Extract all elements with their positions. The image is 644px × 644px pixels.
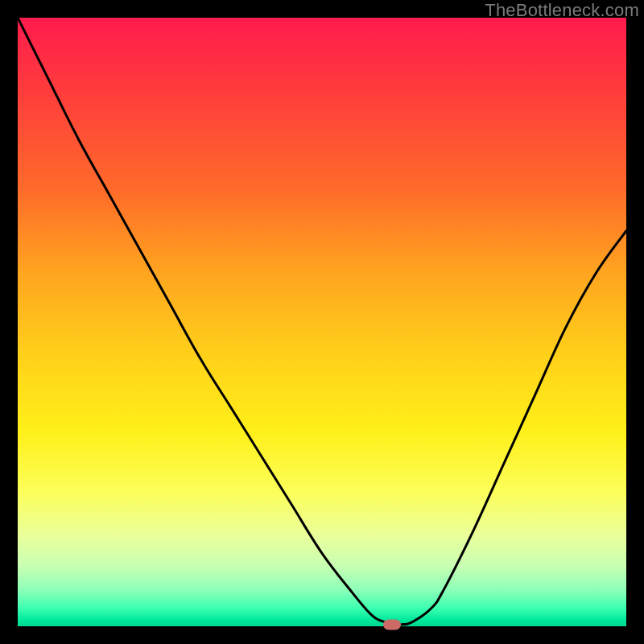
bottleneck-curve [18,18,626,626]
chart-frame: TheBottleneck.com [0,0,644,644]
watermark-text: TheBottleneck.com [485,0,639,21]
plot-area [18,18,626,626]
optimal-marker [383,619,401,630]
